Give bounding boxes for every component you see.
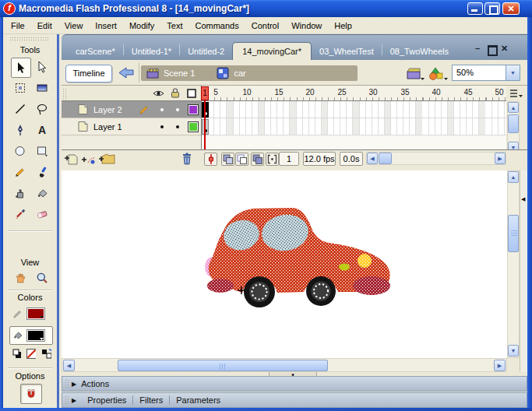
- minimize-button[interactable]: [467, 2, 483, 15]
- maximize-button[interactable]: [484, 2, 500, 15]
- text-tool-button[interactable]: A: [33, 121, 51, 139]
- tab-untitled-1[interactable]: Untitled-1*: [124, 44, 179, 60]
- subselection-tool-button[interactable]: [33, 58, 51, 76]
- timeline-toggle-button[interactable]: Timeline: [65, 65, 112, 83]
- tab-properties[interactable]: Properties: [87, 395, 126, 405]
- tab-filters[interactable]: Filters: [139, 395, 163, 405]
- menu-file[interactable]: File: [5, 19, 31, 32]
- ink-bottle-tool-button[interactable]: [11, 184, 30, 202]
- back-button[interactable]: [117, 65, 136, 81]
- fill-color-swatch[interactable]: [26, 329, 45, 342]
- layer-lock-dot[interactable]: [176, 108, 179, 111]
- menu-edit[interactable]: Edit: [31, 19, 58, 32]
- frame-grid-layer2[interactable]: [202, 101, 506, 118]
- onion-skin-outlines-button[interactable]: [235, 153, 248, 166]
- scroll-left-button[interactable]: ◀: [63, 360, 75, 371]
- tab-untitled-2[interactable]: Untitled-2: [180, 44, 232, 60]
- tab-parameters[interactable]: Parameters: [176, 395, 220, 405]
- menu-modify[interactable]: Modify: [123, 19, 160, 32]
- layer-lock-dot[interactable]: [176, 125, 179, 128]
- document-restore-button[interactable]: [488, 45, 498, 56]
- add-motion-guide-button[interactable]: [81, 153, 97, 166]
- menu-view[interactable]: View: [58, 19, 90, 32]
- timeline-gripper[interactable]: [62, 88, 67, 99]
- layer-outline-color-swatch[interactable]: [188, 121, 199, 132]
- document-close-button[interactable]: ✕: [501, 44, 508, 54]
- scroll-right-button[interactable]: ▶: [495, 153, 506, 164]
- tab-08-twowheels[interactable]: 08_TwoWheels: [382, 44, 456, 60]
- timeline-horizontal-scrollbar[interactable]: ◀ ▶: [366, 152, 506, 165]
- frame-rate-field[interactable]: 12.0 fps: [303, 152, 336, 166]
- menu-commands[interactable]: Commands: [188, 19, 245, 32]
- eyedropper-tool-button[interactable]: [11, 205, 30, 223]
- hand-tool-button[interactable]: [11, 269, 30, 287]
- layer-visibility-dot[interactable]: [160, 108, 164, 111]
- breadcrumb-scene-name[interactable]: Scene 1: [164, 68, 195, 78]
- layer-name[interactable]: Layer 1: [93, 122, 139, 132]
- layer-name[interactable]: Layer 2: [93, 105, 139, 114]
- scroll-down-button[interactable]: ▼: [508, 345, 519, 357]
- current-frame-field[interactable]: 1: [279, 152, 299, 166]
- tools-panel-gripper[interactable]: [9, 37, 50, 41]
- scroll-up-button[interactable]: ▲: [508, 102, 519, 113]
- layer-visibility-dot[interactable]: [160, 125, 164, 128]
- insert-layer-button[interactable]: [64, 153, 79, 166]
- paint-bucket-tool-button[interactable]: [33, 184, 51, 202]
- scrollbar-thumb[interactable]: [379, 153, 392, 164]
- properties-panel-header[interactable]: ▶ Properties Filters Parameters: [62, 392, 527, 408]
- insert-layer-folder-button[interactable]: [98, 153, 115, 166]
- right-panel-dock-strip[interactable]: ◀: [520, 170, 527, 372]
- lasso-tool-button[interactable]: [33, 100, 51, 118]
- fill-color-control[interactable]: [9, 326, 53, 345]
- eraser-tool-button[interactable]: [33, 205, 51, 223]
- default-colors-button[interactable]: [12, 349, 21, 359]
- timeline-ruler[interactable]: 5 10 15 20 25 30 35 40 45 50: [202, 86, 506, 101]
- zoom-level-combobox[interactable]: 50% ▼: [452, 65, 520, 81]
- timeline-vertical-scrollbar[interactable]: ▲ ▼: [507, 101, 520, 153]
- menu-text[interactable]: Text: [160, 19, 188, 32]
- free-transform-tool-button[interactable]: [11, 79, 30, 97]
- edit-scene-button[interactable]: [406, 65, 426, 83]
- zoom-tool-button[interactable]: [33, 269, 51, 287]
- stroke-color-control[interactable]: [12, 306, 48, 321]
- playhead-line[interactable]: [204, 100, 206, 149]
- no-color-button[interactable]: [26, 349, 35, 359]
- gradient-transform-tool-button[interactable]: [33, 79, 51, 97]
- scrollbar-thumb[interactable]: [508, 215, 519, 252]
- actions-panel-header[interactable]: ▶ Actions: [62, 376, 527, 392]
- scroll-left-button[interactable]: ◀: [367, 153, 378, 164]
- onion-skin-button[interactable]: [221, 153, 234, 166]
- layer-row-layer1[interactable]: Layer 1: [62, 118, 202, 135]
- tab-14-movingcar-active[interactable]: 14_movingCar*: [232, 42, 312, 60]
- menu-insert[interactable]: Insert: [89, 19, 123, 32]
- brush-tool-button[interactable]: [33, 163, 51, 181]
- snap-to-objects-button[interactable]: [20, 384, 42, 404]
- actions-panel-title[interactable]: Actions: [81, 379, 109, 388]
- selection-tool-button[interactable]: [11, 58, 31, 78]
- menu-help[interactable]: Help: [328, 19, 358, 32]
- edit-symbol-button[interactable]: [428, 65, 449, 83]
- edit-multiple-frames-button[interactable]: [251, 153, 264, 166]
- center-frame-button[interactable]: [204, 153, 217, 166]
- collapse-arrow-icon[interactable]: ▶: [72, 381, 76, 388]
- scrollbar-thumb[interactable]: [118, 360, 328, 371]
- frame-grid-layer1[interactable]: [202, 118, 506, 135]
- layer-outline-color-swatch[interactable]: [188, 104, 199, 115]
- delete-layer-button[interactable]: [180, 152, 194, 166]
- modify-onion-markers-button[interactable]: [266, 153, 279, 166]
- menu-window[interactable]: Window: [285, 19, 328, 32]
- show-hide-all-layers-icon[interactable]: [153, 88, 164, 99]
- panel-gripper[interactable]: [65, 379, 69, 388]
- menu-control[interactable]: Control: [245, 19, 285, 32]
- panel-gripper[interactable]: [65, 395, 69, 405]
- dock-collapse-arrow-icon[interactable]: ◀: [521, 196, 525, 202]
- show-all-layers-as-outlines-icon[interactable]: [186, 88, 197, 99]
- lock-unlock-all-layers-icon[interactable]: [170, 87, 181, 99]
- line-tool-button[interactable]: [11, 100, 30, 118]
- tab-carscene[interactable]: carScene*: [68, 44, 123, 60]
- stroke-color-swatch[interactable]: [26, 307, 45, 320]
- pencil-tool-button[interactable]: [11, 163, 30, 181]
- layer-row-layer2[interactable]: Layer 2: [62, 101, 202, 118]
- tab-03-wheeltest[interactable]: 03_WheelTest: [312, 44, 382, 60]
- scrollbar-thumb[interactable]: [508, 114, 519, 133]
